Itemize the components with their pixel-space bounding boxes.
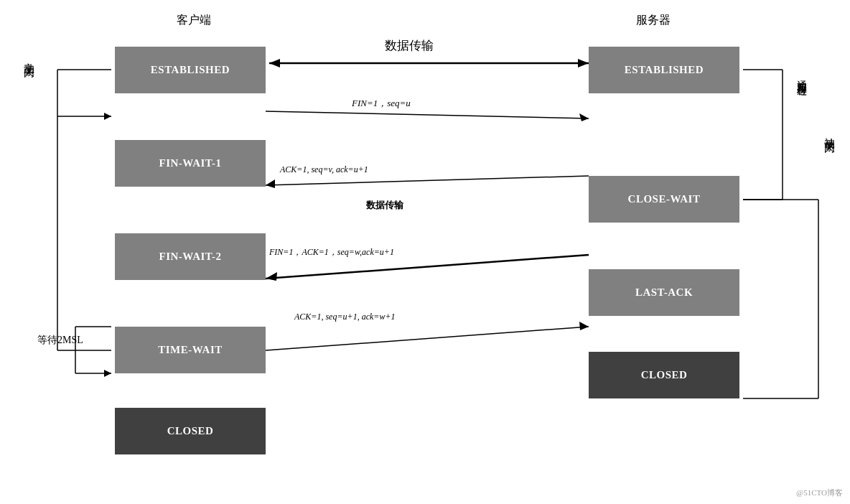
svg-marker-26 bbox=[266, 272, 277, 281]
svg-text:数据传输: 数据传输 bbox=[365, 200, 404, 210]
svg-line-21 bbox=[266, 176, 589, 185]
svg-line-25 bbox=[266, 255, 589, 279]
passive-close-label: 被动关闭 bbox=[822, 129, 837, 135]
server-closed-box: CLOSED bbox=[589, 352, 739, 398]
watermark: @51CTO博客 bbox=[796, 487, 843, 498]
server-lastack-box: LAST-ACK bbox=[589, 269, 739, 316]
svg-text:ACK=1, seq=v, ack=u+1: ACK=1, seq=v, ack=u+1 bbox=[279, 164, 368, 174]
client-closed-box: CLOSED bbox=[115, 408, 266, 454]
client-established-box: ESTABLISHED bbox=[115, 47, 266, 93]
active-close-label: 主动关闭 bbox=[22, 54, 37, 60]
svg-marker-22 bbox=[266, 179, 275, 188]
svg-marker-16 bbox=[578, 59, 589, 67]
wait-2msl-label: 等待2MSL bbox=[37, 334, 83, 347]
svg-text:FIN=1，seq=u: FIN=1，seq=u bbox=[351, 98, 411, 108]
svg-text:ACK=1, seq=u+1, ack=w+1: ACK=1, seq=u+1, ack=w+1 bbox=[294, 312, 395, 322]
data-transfer-top-label: 数据传输 bbox=[302, 37, 517, 54]
client-finwait1-box: FIN-WAIT-1 bbox=[115, 140, 266, 187]
svg-marker-14 bbox=[104, 370, 111, 377]
diagram-container: 客户端 服务器 数据传输 主动关闭 被动关闭 通知应用进程 等待2MSL EST… bbox=[0, 0, 850, 504]
client-finwait2-box: FIN-WAIT-2 bbox=[115, 233, 266, 280]
svg-line-18 bbox=[266, 111, 589, 118]
server-established-box: ESTABLISHED bbox=[589, 47, 739, 93]
svg-marker-29 bbox=[579, 322, 589, 330]
svg-marker-3 bbox=[104, 113, 111, 120]
server-label: 服务器 bbox=[603, 13, 704, 28]
svg-line-28 bbox=[266, 327, 589, 350]
client-timewait-box: TIME-WAIT bbox=[115, 327, 266, 373]
svg-marker-19 bbox=[579, 113, 589, 121]
client-label: 客户端 bbox=[144, 13, 244, 28]
notify-label: 通知应用进程 bbox=[794, 72, 808, 80]
server-closewait-box: CLOSE-WAIT bbox=[589, 176, 739, 223]
svg-marker-15 bbox=[269, 59, 280, 67]
svg-text:FIN=1，ACK=1，seq=w,ack=u+1: FIN=1，ACK=1，seq=w,ack=u+1 bbox=[268, 247, 394, 257]
